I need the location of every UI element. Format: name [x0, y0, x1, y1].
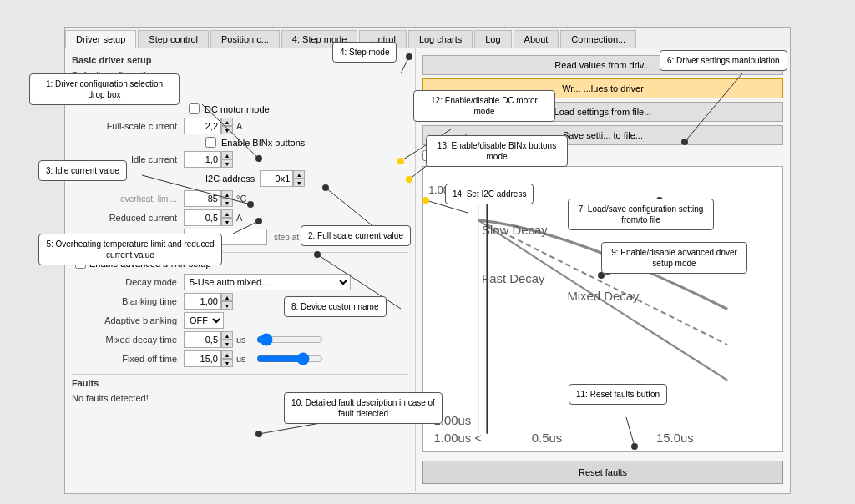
load-settings-button[interactable]: Load settings from file... [422, 102, 783, 122]
full-scale-label: Full-scale current [72, 121, 180, 131]
svg-text:1.00us <: 1.00us < [434, 431, 483, 445]
mixed-decay-label: Mixed decay time [72, 335, 180, 345]
adaptive-blanking-label: Adaptive blanking [72, 315, 180, 325]
i2c-row: I2C address ▲ ▼ [205, 170, 408, 187]
fixed-off-row: Fixed off time ▲ ▼ us [72, 350, 408, 367]
config-label: Default configuration [72, 70, 408, 80]
overheat-spinner-btns: ▲ ▼ [221, 190, 233, 207]
full-scale-input[interactable] [184, 118, 221, 134]
i2c-down[interactable]: ▼ [293, 179, 305, 187]
idle-current-spinner-btns: ▲ ▼ [221, 151, 233, 168]
i2c-spinner-btns: ▲ ▼ [293, 170, 305, 187]
tab-control[interactable]: ...ntrol [359, 30, 407, 48]
mixed-decay-unit: us [236, 335, 253, 345]
full-scale-current-row: Full-scale current ▲ ▼ A [72, 118, 408, 134]
mixed-up[interactable]: ▲ [221, 331, 233, 340]
tab-step-control[interactable]: Step control [138, 30, 209, 48]
auto-apply-checkbox[interactable] [422, 150, 433, 161]
overheat-label: overheat. limi... [72, 194, 180, 204]
auto-apply-label: Auto apply changes on change [437, 151, 551, 160]
full-scale-down[interactable]: ▼ [221, 126, 233, 134]
enable-advanced-label: Enable advanced driver setup [89, 259, 211, 269]
full-scale-unit: A [236, 121, 253, 131]
driver-window: Driver setup Step control Position c... … [64, 27, 791, 494]
save-settings-button[interactable]: Save setti... to file... [422, 125, 783, 145]
advanced-section: Enable advanced driver setup Decay mode … [72, 252, 408, 367]
read-values-button[interactable]: Read values from driv... [422, 55, 783, 75]
decay-mode-label: Decay mode [72, 277, 180, 287]
adaptive-blanking-select[interactable]: OFF ON [184, 312, 224, 329]
decay-mode-select[interactable]: 5-Use auto mixed... [184, 274, 351, 290]
faults-status: No faults detected! [72, 393, 408, 403]
overheat-unit: °C [236, 194, 253, 204]
decay-mode-row: Decay mode 5-Use auto mixed... [72, 274, 408, 290]
idle-current-input[interactable] [184, 151, 221, 168]
dc-motor-checkbox[interactable] [189, 103, 200, 114]
tab-position-control[interactable]: Position c... [210, 30, 280, 48]
tab-bar: Driver setup Step control Position c... … [65, 28, 790, 48]
tab-connection[interactable]: Connection... [560, 30, 636, 48]
i2c-input[interactable] [260, 170, 293, 187]
mixed-decay-input[interactable] [184, 331, 221, 348]
enable-advanced-row: Enable advanced driver setup [75, 258, 408, 269]
tab-driver-setup[interactable]: Driver setup [65, 30, 136, 48]
tab-step-mode[interactable]: 4: Step mode [281, 30, 357, 48]
adaptive-blanking-row: Adaptive blanking OFF ON [72, 312, 408, 329]
fixed-off-input[interactable] [184, 350, 221, 367]
section-title: Basic driver setup [72, 55, 408, 65]
overheat-down[interactable]: ▼ [221, 199, 233, 207]
svg-text:0.5us: 0.5us [532, 431, 562, 445]
reduced-current-input[interactable] [184, 209, 221, 226]
svg-text:Mixed Decay: Mixed Decay [567, 290, 640, 303]
fixed-off-slider[interactable] [256, 352, 323, 365]
blanking-time-row: Blanking time ▲ ▼ [72, 293, 408, 310]
fixed-off-label: Fixed off time [72, 354, 180, 364]
full-scale-spinner: ▲ ▼ [184, 118, 233, 134]
driver-name-row: Driver na... step at p1 [72, 229, 408, 245]
reduced-current-spinner: ▲ ▼ [184, 209, 233, 226]
mixed-decay-slider[interactable] [256, 333, 323, 346]
blanking-up[interactable]: ▲ [221, 293, 233, 301]
idle-current-label: Idle current [72, 154, 180, 164]
tab-about[interactable]: About [514, 30, 559, 48]
i2c-spinner: ▲ ▼ [260, 170, 305, 187]
config-section: Default configuration 1/8 step Full step… [72, 70, 408, 98]
fixed-off-slider-container [256, 352, 323, 365]
reset-faults-button[interactable]: Reset faults [422, 461, 783, 484]
fixed-up[interactable]: ▲ [221, 350, 233, 359]
reduced-up[interactable]: ▲ [221, 209, 233, 218]
write-values-button[interactable]: Wr... ...lues to driver [422, 78, 783, 98]
auto-apply-row: Auto apply changes on change [422, 150, 783, 161]
idle-down[interactable]: ▼ [221, 159, 233, 168]
overheat-up[interactable]: ▲ [221, 190, 233, 199]
fixed-off-spinner: ▲ ▼ [184, 350, 233, 367]
full-scale-up[interactable]: ▲ [221, 118, 233, 126]
tab-log-charts[interactable]: Log charts [408, 30, 473, 48]
overheat-spinner: ▲ ▼ [184, 190, 233, 207]
mixed-decay-row: Mixed decay time ▲ ▼ us [72, 331, 408, 348]
enable-advanced-checkbox[interactable] [75, 258, 86, 269]
blanking-time-input[interactable] [184, 293, 221, 310]
mixed-down[interactable]: ▼ [221, 340, 233, 348]
main-container: Driver setup Step control Position c... … [0, 0, 855, 504]
right-buttons: Read values from driv... Wr... ...lues t… [422, 55, 783, 161]
left-panel: Basic driver setup Default configuration… [65, 48, 416, 491]
tab-log[interactable]: Log [474, 30, 511, 48]
mixed-decay-btns: ▲ ▼ [221, 331, 233, 348]
binx-checkbox[interactable] [205, 137, 216, 148]
decay-graph: Slow Decay Fast Decay Mixed Decay 1.00us… [423, 167, 782, 451]
fixed-down[interactable]: ▼ [221, 359, 233, 367]
svg-text:Fast Decay: Fast Decay [482, 272, 545, 285]
i2c-label: I2C address [205, 174, 255, 184]
reduced-down[interactable]: ▼ [221, 218, 233, 226]
config-dropdown[interactable]: 1/8 step Full step 1/2 step 1/4 step 1/1… [72, 82, 132, 98]
content-area: Basic driver setup Default configuration… [65, 48, 790, 491]
config-row: 1/8 step Full step 1/2 step 1/4 step 1/1… [72, 82, 408, 98]
driver-name-input[interactable] [184, 229, 267, 245]
blanking-down[interactable]: ▼ [221, 301, 233, 310]
i2c-up[interactable]: ▲ [293, 170, 305, 179]
fixed-off-btns: ▲ ▼ [221, 350, 233, 367]
idle-up[interactable]: ▲ [221, 151, 233, 159]
blanking-time-label: Blanking time [72, 296, 180, 306]
overheat-input[interactable] [184, 190, 221, 207]
